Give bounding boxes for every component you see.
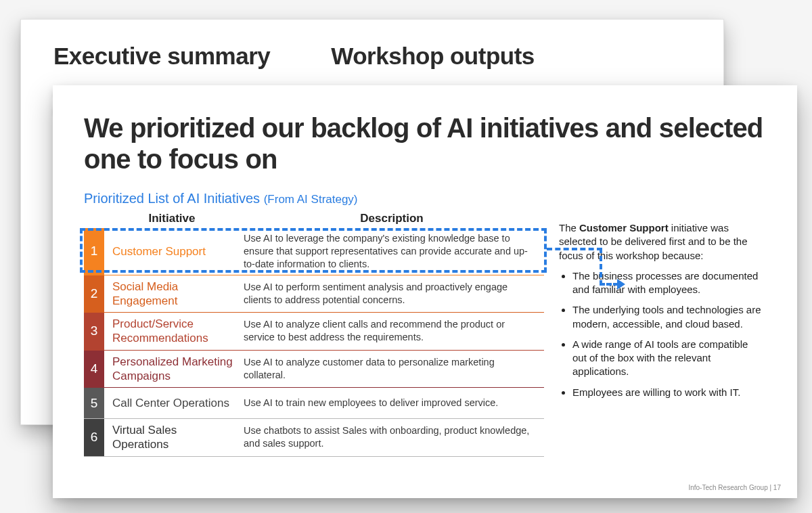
- table-row: 2 Social Media Engagement Use AI to perf…: [84, 275, 544, 313]
- row-number: 5: [84, 388, 104, 418]
- row-number: 1: [84, 228, 104, 275]
- row-initiative: Customer Support: [104, 228, 240, 275]
- col-header-description: Description: [240, 212, 544, 225]
- table-row: 6 Virtual Sales Operations Use chatbots …: [84, 419, 544, 457]
- slide-subtitle: Prioritized List of AI Initiatives (From…: [84, 191, 766, 206]
- subtitle-main: Prioritized List of AI Initiatives: [84, 191, 264, 206]
- side-bullet: The underlying tools and technologies ar…: [572, 303, 762, 331]
- row-initiative: Call Center Operations: [104, 388, 240, 418]
- table-header: Initiative Description: [84, 212, 544, 228]
- table-row: 1 Customer Support Use AI to leverage th…: [84, 228, 544, 275]
- content-row: Initiative Description 1 Customer Suppor…: [84, 212, 766, 457]
- side-bullet: Employees are willing to work with IT.: [572, 386, 762, 399]
- row-description: Use AI to train new employees to deliver…: [240, 388, 544, 418]
- row-description: Use AI to analyze customer data to perso…: [240, 351, 544, 388]
- side-intro-pre: The: [559, 222, 579, 233]
- row-initiative: Social Media Engagement: [104, 275, 240, 313]
- row-initiative: Virtual Sales Operations: [104, 419, 240, 456]
- row-number: 6: [84, 419, 104, 456]
- row-description: Use AI to perform sentiment analysis and…: [240, 275, 544, 313]
- side-bullet: The business processes are documented an…: [572, 269, 762, 297]
- table-row: 5 Call Center Operations Use AI to train…: [84, 388, 544, 419]
- row-number: 3: [84, 313, 104, 350]
- row-number: 2: [84, 275, 104, 313]
- slide-title: We prioritized our backlog of AI initiat…: [84, 112, 766, 175]
- slide-footer: Info-Tech Research Group | 17: [688, 484, 781, 491]
- side-explanation: The Customer Support initiative was sele…: [559, 212, 762, 406]
- row-description: Use AI to analyze client calls and recom…: [240, 313, 544, 350]
- row-initiative: Personalized Marketing Campaigns: [104, 351, 240, 388]
- table-row: 4 Personalized Marketing Campaigns Use A…: [84, 351, 544, 388]
- subtitle-note: (From AI Strategy): [264, 193, 358, 206]
- row-number: 4: [84, 351, 104, 388]
- col-header-initiative: Initiative: [104, 212, 240, 225]
- initiatives-table: Initiative Description 1 Customer Suppor…: [84, 212, 544, 457]
- side-intro: The Customer Support initiative was sele…: [559, 221, 762, 263]
- side-bullet-list: The business processes are documented an…: [559, 269, 762, 399]
- table-row: 3 Product/Service Recommendations Use AI…: [84, 313, 544, 351]
- row-description: Use AI to leverage the company's existin…: [240, 228, 544, 275]
- row-description: Use chatbots to assist Sales with onboar…: [240, 419, 544, 456]
- side-intro-bold: Customer Support: [579, 222, 669, 233]
- front-slide: We prioritized our backlog of AI initiat…: [53, 85, 797, 498]
- back-heading-right: Workshop outputs: [331, 43, 535, 70]
- side-bullet: A wide range of AI tools are compatible …: [572, 338, 762, 379]
- back-heading-left: Executive summary: [53, 43, 270, 70]
- row-initiative: Product/Service Recommendations: [104, 313, 240, 350]
